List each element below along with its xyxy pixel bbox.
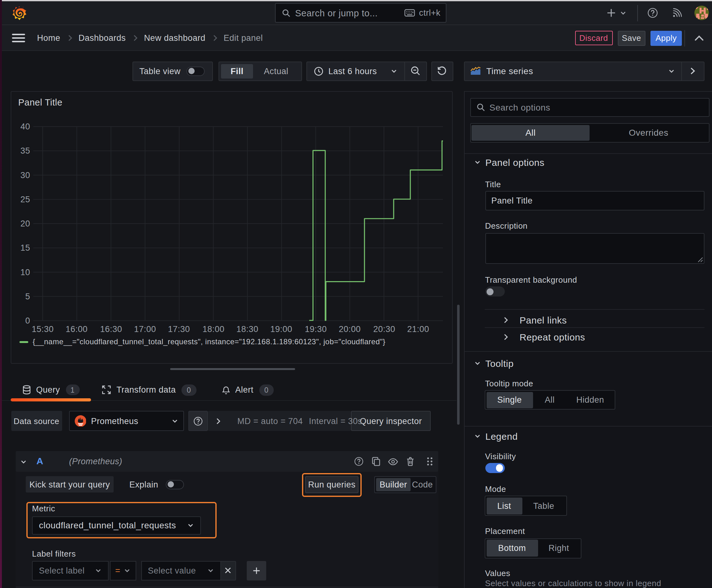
- svg-text:20:30: 20:30: [373, 324, 395, 334]
- svg-text:16:30: 16:30: [100, 324, 122, 334]
- svg-text:10: 10: [20, 268, 30, 277]
- svg-text:30: 30: [20, 171, 30, 180]
- svg-text:16:00: 16:00: [66, 324, 88, 334]
- svg-text:20: 20: [20, 219, 30, 228]
- svg-text:15:30: 15:30: [32, 324, 54, 334]
- svg-text:25: 25: [20, 195, 30, 204]
- svg-text:15: 15: [20, 243, 30, 253]
- svg-text:35: 35: [20, 146, 30, 155]
- svg-text:19:30: 19:30: [305, 324, 327, 334]
- svg-text:17:00: 17:00: [134, 324, 156, 334]
- svg-text:0: 0: [25, 316, 30, 326]
- svg-text:18:30: 18:30: [236, 324, 258, 334]
- svg-text:17:30: 17:30: [168, 324, 190, 334]
- svg-text:5: 5: [25, 292, 30, 301]
- svg-text:19:00: 19:00: [270, 324, 292, 334]
- svg-text:40: 40: [20, 122, 30, 131]
- svg-text:21:00: 21:00: [407, 324, 429, 334]
- svg-text:20:00: 20:00: [339, 324, 361, 334]
- svg-text:18:00: 18:00: [202, 324, 224, 334]
